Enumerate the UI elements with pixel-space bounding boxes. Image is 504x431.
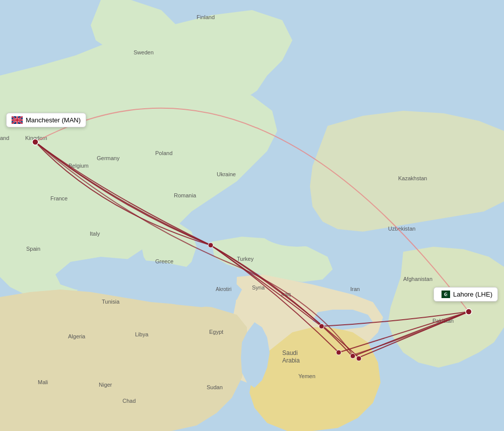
lahore-label-text: Lahore (LHE) xyxy=(453,291,492,298)
lahore-label: Lahore (LHE) xyxy=(433,287,498,302)
svg-point-41 xyxy=(32,139,38,145)
manchester-label-text: Manchester (MAN) xyxy=(26,116,81,124)
svg-point-40 xyxy=(356,356,361,361)
pk-flag-icon xyxy=(439,291,450,298)
manchester-label: Manchester (MAN) xyxy=(6,113,86,127)
uk-flag-icon xyxy=(12,116,23,124)
svg-point-37 xyxy=(319,324,324,329)
svg-point-38 xyxy=(336,350,341,355)
svg-point-39 xyxy=(350,353,355,358)
svg-point-42 xyxy=(466,309,472,315)
svg-rect-45 xyxy=(439,291,442,298)
svg-point-36 xyxy=(208,243,213,248)
map-container: Finland Sweden Poland Ukraine Kazakhstan… xyxy=(0,0,504,431)
